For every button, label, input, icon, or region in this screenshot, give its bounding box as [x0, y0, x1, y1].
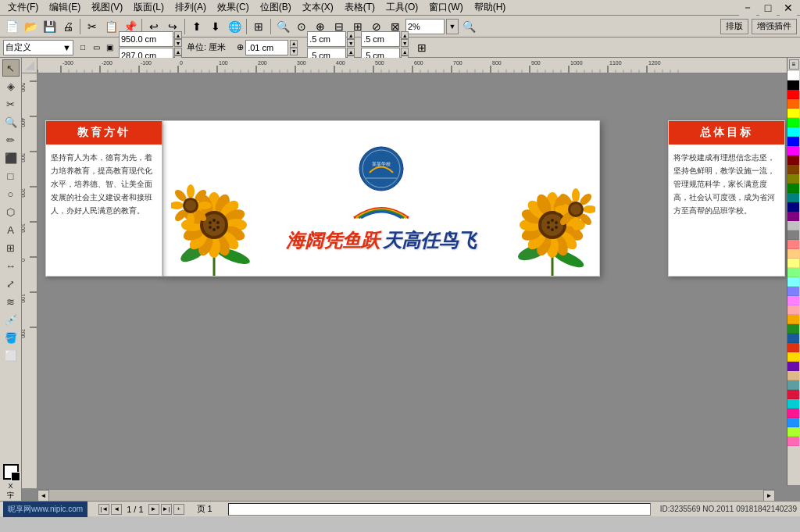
- menu-tools[interactable]: 工具(O): [381, 0, 423, 15]
- parallel-dim[interactable]: ↔: [2, 257, 20, 274]
- menu-bitmap[interactable]: 位图(B): [255, 0, 296, 15]
- margin-v-up[interactable]: ▲: [401, 48, 409, 55]
- color-brown[interactable]: [788, 165, 799, 174]
- color-red[interactable]: [788, 90, 799, 99]
- snap-button[interactable]: ⊞: [250, 18, 267, 35]
- restore-button[interactable]: □: [759, 0, 777, 16]
- draw-guide-btn[interactable]: ⊞: [415, 41, 429, 55]
- color-cyan[interactable]: [788, 127, 799, 137]
- color-blue[interactable]: [788, 137, 799, 146]
- margin-h-down[interactable]: ▼: [401, 39, 409, 47]
- gutter-h-up[interactable]: ▲: [347, 31, 355, 39]
- menu-view[interactable]: 视图(V): [87, 0, 127, 15]
- color-burlywood[interactable]: [788, 371, 799, 380]
- close-button[interactable]: ✕: [780, 0, 797, 16]
- new-button[interactable]: 📄: [3, 18, 20, 35]
- color-vermilion[interactable]: [788, 343, 799, 352]
- color-deep-pink[interactable]: [788, 409, 799, 418]
- smart-fill[interactable]: ⬛: [2, 149, 20, 166]
- crop-tool[interactable]: ✂: [2, 95, 20, 112]
- color-cadet-blue[interactable]: [788, 380, 799, 390]
- copy-button[interactable]: 📋: [102, 18, 120, 35]
- color-dark-turquoise[interactable]: [788, 399, 799, 409]
- connector-tool[interactable]: ⤢: [2, 275, 20, 292]
- color-forest-green[interactable]: [788, 324, 799, 334]
- color-dark-red[interactable]: [788, 155, 799, 165]
- height-up[interactable]: ▲: [174, 48, 182, 55]
- save-button[interactable]: 💾: [41, 18, 58, 35]
- width-down[interactable]: ▼: [174, 39, 182, 47]
- color-pink[interactable]: [788, 305, 799, 315]
- rect-tool[interactable]: □: [2, 167, 20, 184]
- color-navy[interactable]: [788, 202, 799, 212]
- publish-button[interactable]: 🌐: [226, 18, 243, 35]
- color-black[interactable]: [788, 80, 799, 90]
- menu-table[interactable]: 表格(T): [340, 0, 380, 15]
- color-crimson[interactable]: [788, 390, 799, 399]
- margin-h-up[interactable]: ▲: [401, 31, 409, 39]
- page-style-btn[interactable]: ▣: [103, 41, 116, 54]
- color-silver[interactable]: [788, 221, 799, 230]
- zoom-input[interactable]: 2%: [405, 19, 445, 34]
- margin-h-input[interactable]: .5 cm: [361, 31, 400, 47]
- color-light-yellow[interactable]: [788, 259, 799, 268]
- width-input[interactable]: 950.0 cm: [119, 31, 173, 47]
- width-up[interactable]: ▲: [174, 31, 182, 39]
- menu-file[interactable]: 文件(F): [3, 0, 43, 15]
- blend-tool[interactable]: ≋: [2, 293, 20, 310]
- color-steel-blue[interactable]: [788, 334, 799, 343]
- color-dark-green[interactable]: [788, 184, 799, 193]
- color-orange[interactable]: [788, 99, 799, 109]
- color-light-cyan[interactable]: [788, 277, 799, 287]
- scroll-track-h[interactable]: [49, 490, 763, 501]
- color-light-blue[interactable]: [788, 287, 799, 296]
- menu-help[interactable]: 帮助(H): [470, 0, 511, 15]
- add-page-btn[interactable]: +: [173, 504, 184, 515]
- open-button[interactable]: 📂: [22, 18, 39, 35]
- color-green[interactable]: [788, 118, 799, 127]
- scroll-left-btn[interactable]: ◄: [38, 490, 49, 501]
- palette-menu-icon[interactable]: ≡: [789, 59, 799, 70]
- color-hot-pink[interactable]: [788, 437, 799, 446]
- scroll-right-btn[interactable]: ►: [763, 490, 775, 501]
- zoom-dropdown[interactable]: ▼: [446, 19, 459, 34]
- color-light-orange[interactable]: [788, 249, 799, 259]
- landscape-btn[interactable]: ▭: [90, 41, 102, 54]
- color-gray[interactable]: [788, 230, 799, 240]
- zoom-in-btn2[interactable]: 🔍: [460, 18, 477, 35]
- nudge-input[interactable]: .01 cm: [245, 40, 288, 55]
- export-button[interactable]: ⬇: [207, 18, 224, 35]
- select-tool[interactable]: ↖: [2, 59, 20, 77]
- menu-text[interactable]: 文本(X): [298, 0, 338, 15]
- color-dark-purple[interactable]: [788, 362, 799, 371]
- last-page-btn[interactable]: ►|: [161, 504, 172, 515]
- next-page-btn[interactable]: ►: [148, 504, 159, 515]
- first-page-btn[interactable]: |◄: [98, 504, 109, 515]
- preset-select[interactable]: 自定义 ▼: [3, 40, 73, 55]
- fill-tool[interactable]: 🪣: [2, 329, 20, 346]
- polygon-tool[interactable]: ⬡: [2, 203, 20, 220]
- color-magenta[interactable]: [788, 146, 799, 155]
- print-button[interactable]: 🖨: [59, 18, 77, 35]
- color-white[interactable]: [788, 71, 799, 80]
- zoom-tool[interactable]: 🔍: [2, 113, 20, 130]
- color-yellow-gold[interactable]: [788, 352, 799, 362]
- color-dodger-blue[interactable]: [788, 418, 799, 427]
- gutter-v-up[interactable]: ▲: [347, 48, 355, 55]
- portrait-btn[interactable]: □: [77, 41, 89, 54]
- text-tool[interactable]: A: [2, 221, 20, 238]
- enhance-btn[interactable]: 增强插件: [752, 19, 797, 34]
- menu-effects[interactable]: 效果(C): [212, 0, 254, 15]
- ellipse-tool[interactable]: ○: [2, 185, 20, 202]
- import-button[interactable]: ⬆: [188, 18, 205, 35]
- layout-btn[interactable]: 排版: [720, 19, 748, 34]
- freehand-tool[interactable]: ✏: [2, 131, 20, 148]
- color-yellow[interactable]: [788, 109, 799, 118]
- menu-edit[interactable]: 编辑(E): [45, 0, 85, 15]
- color-olive[interactable]: [788, 174, 799, 184]
- color-swatch[interactable]: [3, 464, 19, 480]
- color-light-green[interactable]: [788, 268, 799, 277]
- menu-arrange[interactable]: 排列(A): [170, 0, 211, 15]
- prev-page-btn[interactable]: ◄: [111, 504, 122, 515]
- shape-tool[interactable]: ◈: [2, 77, 20, 95]
